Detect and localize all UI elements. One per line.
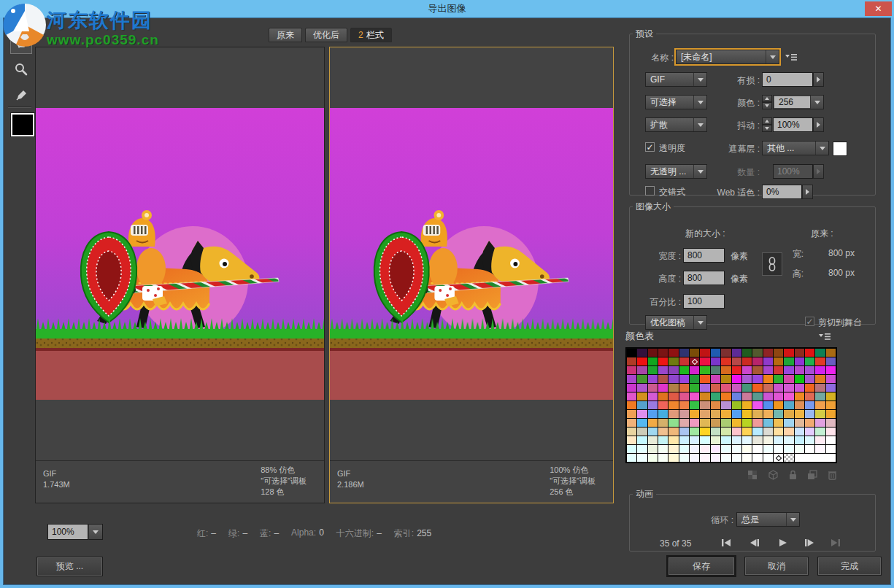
color-swatch[interactable]	[774, 384, 783, 392]
color-swatch[interactable]	[711, 357, 720, 365]
color-swatch[interactable]	[690, 392, 699, 401]
color-swatch[interactable]	[658, 366, 668, 374]
color-swatch[interactable]	[732, 375, 741, 383]
colors-stepper[interactable]	[762, 95, 772, 109]
color-swatch[interactable]	[732, 392, 741, 401]
color-swatch[interactable]	[815, 436, 825, 444]
color-swatch[interactable]	[658, 384, 668, 392]
color-swatch[interactable]	[711, 436, 720, 444]
color-swatch[interactable]	[700, 445, 709, 453]
color-swatch[interactable]	[795, 375, 804, 383]
tab-2up[interactable]: 2栏式	[350, 28, 392, 42]
color-swatch[interactable]	[690, 349, 699, 357]
next-frame-button[interactable]	[801, 537, 817, 549]
color-swatch[interactable]	[690, 366, 699, 374]
color-swatch[interactable]	[658, 401, 668, 409]
height-input[interactable]: 800	[683, 271, 725, 285]
color-swatch[interactable]	[742, 419, 752, 427]
color-swatch[interactable]	[721, 392, 731, 401]
save-button[interactable]: 保存	[668, 557, 735, 576]
color-swatch[interactable]	[627, 392, 636, 401]
color-swatch[interactable]	[690, 436, 699, 444]
matte-select[interactable]: 其他 ...	[762, 141, 829, 155]
color-swatch[interactable]	[679, 366, 689, 374]
lossy-slider-button[interactable]	[813, 72, 824, 87]
color-swatch[interactable]	[784, 384, 793, 392]
lossy-input[interactable]: 0	[762, 72, 813, 87]
color-swatch[interactable]	[763, 384, 773, 392]
arrow-up-icon[interactable]	[762, 117, 772, 125]
color-swatch[interactable]	[732, 357, 741, 365]
preset-name-select[interactable]: [未命名]	[676, 50, 779, 64]
constrain-proportions-button[interactable]	[762, 252, 782, 276]
snap-to-web-icon[interactable]	[747, 470, 758, 480]
color-swatch[interactable]	[668, 366, 678, 374]
color-swatch[interactable]	[774, 366, 783, 374]
color-swatch[interactable]	[805, 410, 814, 418]
color-swatch[interactable]	[690, 445, 699, 453]
color-swatch[interactable]	[826, 410, 836, 418]
color-swatch[interactable]	[700, 410, 709, 418]
color-swatch[interactable]	[637, 384, 647, 392]
color-swatch[interactable]	[774, 349, 783, 357]
color-swatch[interactable]	[679, 454, 689, 462]
color-swatch[interactable]	[648, 392, 658, 401]
color-swatch[interactable]	[679, 392, 689, 401]
color-swatch[interactable]	[658, 445, 668, 453]
color-swatch[interactable]	[711, 410, 720, 418]
color-swatch[interactable]	[815, 410, 825, 418]
color-swatch[interactable]	[711, 375, 720, 383]
transparency-checkbox[interactable]: ✓	[645, 142, 655, 152]
color-swatch[interactable]	[763, 436, 773, 444]
color-swatch[interactable]	[732, 384, 741, 392]
color-swatch[interactable]	[679, 410, 689, 418]
color-swatch[interactable]	[815, 445, 825, 453]
clip-to-stage-checkbox[interactable]: ✓	[805, 317, 814, 326]
width-input[interactable]: 800	[683, 248, 725, 263]
color-swatch[interactable]	[742, 349, 752, 357]
color-swatch[interactable]	[763, 454, 773, 462]
color-swatch[interactable]	[711, 384, 720, 392]
color-swatch[interactable]	[795, 392, 804, 401]
color-swatch[interactable]	[774, 392, 783, 401]
color-swatch[interactable]	[752, 384, 762, 392]
color-swatch[interactable]	[752, 357, 762, 365]
color-swatch[interactable]	[721, 357, 731, 365]
preview-pane-original[interactable]: GIF1.743M 88% 仿色 "可选择"调板 128 色	[35, 47, 325, 503]
color-swatch[interactable]	[784, 357, 793, 365]
color-swatch[interactable]	[763, 375, 773, 383]
preview-pane-optimized[interactable]: GIF2.186M 100% 仿色 "可选择"调板 256 色	[329, 47, 614, 503]
color-swatch[interactable]	[679, 436, 689, 444]
color-swatch[interactable]	[826, 366, 836, 374]
color-swatch[interactable]	[721, 428, 731, 436]
color-swatch[interactable]	[648, 410, 658, 418]
color-swatch[interactable]	[795, 419, 804, 427]
color-swatch[interactable]	[805, 384, 814, 392]
color-swatch[interactable]	[784, 401, 793, 409]
optimize-select[interactable]: 优化图稿	[645, 315, 707, 330]
color-swatch[interactable]	[637, 366, 647, 374]
preview-button[interactable]: 预览 ...	[36, 557, 103, 576]
previous-frame-button[interactable]	[747, 537, 763, 549]
color-swatch[interactable]	[627, 410, 636, 418]
color-swatch[interactable]	[742, 410, 752, 418]
color-swatch[interactable]	[732, 410, 741, 418]
color-swatch[interactable]	[826, 384, 836, 392]
color-swatch[interactable]	[700, 436, 709, 444]
close-button[interactable]: ✕	[865, 1, 892, 16]
color-swatch[interactable]	[774, 454, 783, 462]
color-swatch[interactable]	[752, 349, 762, 357]
color-swatch[interactable]	[805, 392, 814, 401]
web-snap-input[interactable]: 0%	[762, 185, 802, 199]
color-swatch[interactable]	[700, 349, 709, 357]
color-swatch[interactable]	[795, 384, 804, 392]
color-swatch[interactable]	[732, 436, 741, 444]
arrow-up-icon[interactable]	[762, 95, 772, 102]
color-swatch[interactable]	[752, 401, 762, 409]
color-swatch[interactable]	[805, 349, 814, 357]
color-swatch[interactable]	[815, 401, 825, 409]
color-swatch[interactable]	[648, 419, 658, 427]
color-swatch[interactable]	[700, 366, 709, 374]
color-swatch[interactable]	[627, 366, 636, 374]
color-swatch[interactable]	[795, 428, 804, 436]
